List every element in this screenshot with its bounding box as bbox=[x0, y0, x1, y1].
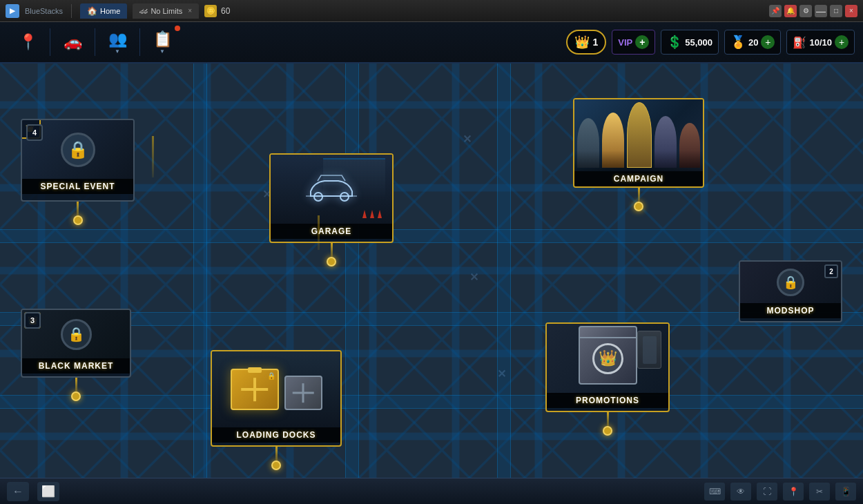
settings-icon[interactable]: ⚙ bbox=[799, 5, 812, 17]
loading-docks-card[interactable]: 🔒 LOADING DOCKS bbox=[211, 350, 342, 447]
special-event-node[interactable]: 🔒 👑 4 SPECIAL EVENT bbox=[21, 119, 135, 225]
special-event-dot bbox=[73, 215, 83, 225]
beacon-line-2 bbox=[318, 215, 320, 250]
screenshot-icon[interactable]: ✂ bbox=[809, 483, 830, 501]
eye-icon[interactable]: 👁 bbox=[730, 483, 751, 501]
home-button[interactable]: ⬜ bbox=[37, 482, 59, 501]
restore-icon[interactable]: □ bbox=[830, 5, 842, 17]
gold-crate: 🔒 bbox=[231, 369, 279, 410]
back-button[interactable]: ← bbox=[7, 482, 29, 501]
modshop-lock-icon: 🔒 bbox=[783, 275, 798, 290]
coin-count: 60 bbox=[221, 6, 230, 16]
taskbar: ← ⬜ ⌨ 👁 ⛶ 📍 ✂ 📱 bbox=[0, 478, 863, 504]
silver-crate bbox=[284, 376, 322, 410]
quest-notification bbox=[175, 26, 180, 31]
special-event-label: SPECIAL EVENT bbox=[22, 179, 133, 194]
special-event-lock-icon: 🔒 bbox=[68, 140, 88, 159]
vip-badge[interactable]: VIP + bbox=[612, 30, 655, 55]
tab-home[interactable]: 🏠 Home bbox=[80, 3, 127, 19]
fullscreen-icon[interactable]: ⛶ bbox=[757, 483, 777, 501]
campaign-node[interactable]: CAMPAIGN bbox=[573, 98, 704, 211]
promotions-label: PROMOTIONS bbox=[547, 393, 668, 408]
promotions-connector bbox=[607, 412, 609, 426]
nav-separator-1 bbox=[50, 28, 50, 56]
cones bbox=[362, 210, 382, 218]
pin-icon[interactable]: 📌 bbox=[769, 5, 782, 17]
campaign-label: CAMPAIGN bbox=[574, 171, 703, 186]
resource-hud: 👑 1 VIP + 💲 55,000 🏅 20 + ⛽ 10/10 + bbox=[566, 30, 855, 55]
loading-docks-dot bbox=[271, 461, 281, 470]
gold-icon: 🏅 bbox=[730, 35, 746, 50]
road-vertical-3 bbox=[497, 64, 511, 504]
campaign-card[interactable]: CAMPAIGN bbox=[573, 98, 704, 188]
nav-separator-3 bbox=[139, 28, 140, 56]
dollar-icon: 💲 bbox=[667, 35, 682, 50]
gold-resource: 🏅 20 + bbox=[724, 30, 781, 55]
nav-quests[interactable]: 📋 ▼ bbox=[143, 24, 182, 60]
chest-crown-icon: 👑 bbox=[599, 349, 617, 367]
loading-docks-connector bbox=[275, 447, 278, 461]
x-marker-3: ✕ bbox=[497, 367, 506, 380]
x-marker-2: ✕ bbox=[469, 271, 478, 284]
coin-icon: 🪙 bbox=[204, 5, 217, 17]
taskbar-right-icons: ⌨ 👁 ⛶ 📍 ✂ 📱 bbox=[704, 483, 856, 501]
garage-card[interactable]: GARAGE bbox=[269, 153, 394, 243]
alert-icon[interactable]: 🔔 bbox=[784, 5, 797, 17]
black-market-num-badge: 3 bbox=[24, 312, 41, 329]
road-vertical-1 bbox=[193, 64, 207, 504]
tab-no-limits[interactable]: 🏎 No Limits × bbox=[133, 3, 199, 19]
promotions-node[interactable]: 👑 PROMOTIONS bbox=[545, 322, 670, 436]
nav-separator-2 bbox=[95, 28, 95, 56]
engine-part bbox=[637, 331, 661, 369]
garage-connector bbox=[331, 243, 333, 257]
nav-social[interactable]: 👥 ▼ bbox=[98, 24, 137, 60]
loading-docks-node[interactable]: 🔒 LOADING DOCKS bbox=[211, 350, 342, 470]
special-event-num-badge: 4 bbox=[26, 124, 43, 141]
beacon-line-1 bbox=[152, 136, 154, 177]
loading-docks-label: LOADING DOCKS bbox=[212, 427, 340, 443]
special-event-connector bbox=[77, 202, 79, 215]
keyboard-icon[interactable]: ⌨ bbox=[704, 483, 725, 501]
black-market-lock-icon: 🔒 bbox=[68, 326, 85, 342]
titlebar: ▶ BlueStacks 🏠 Home 🏎 No Limits × 🪙 60 📌… bbox=[0, 0, 863, 22]
campaign-dot bbox=[634, 202, 643, 211]
black-market-dot bbox=[71, 391, 81, 401]
nav-map[interactable]: 📍 bbox=[8, 24, 47, 60]
window-controls[interactable]: 📌 🔔 ⚙ — □ × bbox=[769, 5, 857, 17]
coin-resource: 💲 55,000 bbox=[661, 30, 719, 55]
modshop-card[interactable]: 🔒 2 MODSHOP bbox=[739, 260, 842, 322]
promotions-chest: 👑 bbox=[579, 333, 637, 385]
garage-label: GARAGE bbox=[271, 224, 392, 239]
black-market-card[interactable]: 🔒 👑 3 BLACK MARKET bbox=[21, 309, 131, 378]
vip-plus-button[interactable]: + bbox=[635, 35, 649, 49]
black-market-node[interactable]: 🔒 👑 3 BLACK MARKET bbox=[21, 309, 131, 401]
garage-car-svg bbox=[300, 172, 362, 206]
mobile-icon[interactable]: 📱 bbox=[835, 483, 856, 501]
black-market-connector bbox=[75, 378, 77, 391]
modshop-node[interactable]: 🔒 2 MODSHOP bbox=[739, 260, 842, 322]
fuel-icon: ⛽ bbox=[793, 36, 806, 49]
garage-dot bbox=[327, 257, 336, 266]
crown-icon: 👑 bbox=[574, 35, 590, 50]
garage-node[interactable]: GARAGE bbox=[269, 153, 394, 266]
fuel-plus-button[interactable]: + bbox=[835, 35, 849, 49]
modshop-label: MODSHOP bbox=[740, 303, 841, 318]
app-label: BlueStacks bbox=[25, 7, 63, 15]
social-icon: 👥 bbox=[108, 30, 127, 48]
promotions-dot bbox=[603, 426, 612, 436]
black-market-label: BLACK MARKET bbox=[22, 358, 130, 374]
char-3 bbox=[627, 102, 652, 168]
dropdown-arrow: ▼ bbox=[115, 48, 120, 55]
special-event-card[interactable]: 🔒 👑 4 SPECIAL EVENT bbox=[21, 119, 135, 202]
bluestacks-logo: ▶ bbox=[6, 4, 19, 18]
nav-cars[interactable]: 🚗 bbox=[53, 24, 92, 60]
close-icon[interactable]: × bbox=[845, 5, 857, 17]
gold-plus-button[interactable]: + bbox=[761, 35, 775, 49]
location-icon[interactable]: 📍 bbox=[783, 483, 804, 501]
rank-badge: 👑 1 bbox=[566, 30, 606, 55]
map-icon: 📍 bbox=[19, 33, 37, 51]
minimize-icon[interactable]: — bbox=[815, 5, 827, 17]
road-horizontal-1 bbox=[0, 229, 863, 243]
promotions-card[interactable]: 👑 PROMOTIONS bbox=[545, 322, 670, 412]
road-vertical-2 bbox=[345, 64, 359, 504]
